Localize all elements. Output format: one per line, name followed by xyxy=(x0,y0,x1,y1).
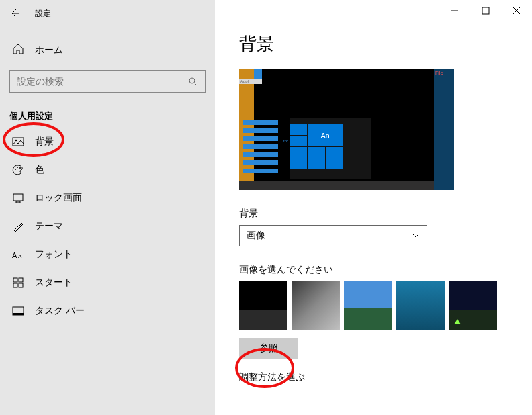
thumbnail-2[interactable] xyxy=(292,281,340,330)
desktop-preview: Appli File for now Aa xyxy=(239,69,454,190)
sidebar-item-colors[interactable]: 色 xyxy=(0,156,215,184)
svg-point-0 xyxy=(189,78,195,83)
lockscreen-icon xyxy=(12,192,24,204)
preview-appli-label: Appli xyxy=(239,79,262,84)
maximize-icon xyxy=(482,7,490,15)
sidebar-item-lockscreen[interactable]: ロック画面 xyxy=(0,184,215,212)
svg-rect-12 xyxy=(13,283,17,287)
sidebar-nav: 背景 色 ロック画面 テーマ AA フォント スタート タスク バー xyxy=(0,128,215,325)
preview-file-label: File xyxy=(434,69,454,190)
preview-aa-tile: Aa xyxy=(308,124,343,146)
background-dropdown[interactable]: 画像 xyxy=(239,225,427,246)
sidebar-item-label: テーマ xyxy=(35,220,63,232)
svg-rect-11 xyxy=(19,278,23,282)
sidebar-header: 設定 xyxy=(0,0,215,27)
sidebar-item-label: スタート xyxy=(35,277,73,289)
sidebar-section-title: 個人用設定 xyxy=(0,93,215,128)
maximize-button[interactable] xyxy=(470,0,501,21)
minimize-icon xyxy=(451,7,459,15)
chevron-down-icon xyxy=(412,232,420,240)
sidebar-item-label: タスク バー xyxy=(35,305,85,317)
start-icon xyxy=(12,277,24,289)
search-icon xyxy=(187,76,198,87)
home-icon xyxy=(12,43,24,58)
sidebar-home[interactable]: ホーム xyxy=(0,36,215,64)
fit-label: 調整方法を選ぶ xyxy=(239,371,508,383)
background-dropdown-value: 画像 xyxy=(247,230,265,242)
arrow-left-icon xyxy=(9,8,20,19)
svg-rect-15 xyxy=(13,313,24,315)
page-title: 背景 xyxy=(239,32,508,56)
font-icon: AA xyxy=(12,248,24,261)
sidebar-item-label: フォント xyxy=(35,248,73,261)
thumbnail-4[interactable] xyxy=(396,281,445,330)
sidebar-item-label: 色 xyxy=(35,164,44,176)
content-inner: 背景 Appli File for now Aa 背景 画像 画像を選んでくださ… xyxy=(215,0,532,383)
thumbnail-3[interactable] xyxy=(344,281,392,330)
sidebar-home-label: ホーム xyxy=(35,44,63,56)
svg-rect-10 xyxy=(13,278,17,282)
svg-point-2 xyxy=(15,140,17,142)
sidebar-item-background[interactable]: 背景 xyxy=(0,128,215,156)
theme-icon xyxy=(12,220,24,232)
sidebar-item-label: ロック画面 xyxy=(35,192,82,204)
sidebar-item-themes[interactable]: テーマ xyxy=(0,212,215,240)
search-wrap xyxy=(9,70,206,93)
pick-image-label: 画像を選んでください xyxy=(239,264,508,276)
close-icon xyxy=(513,7,521,15)
close-button[interactable] xyxy=(501,0,532,21)
background-label: 背景 xyxy=(239,208,508,220)
svg-text:A: A xyxy=(18,253,22,259)
svg-rect-13 xyxy=(19,283,23,287)
titlebar xyxy=(439,0,532,21)
sidebar-item-start[interactable]: スタート xyxy=(0,269,215,297)
svg-point-3 xyxy=(15,169,16,170)
svg-point-4 xyxy=(17,167,18,168)
svg-text:A: A xyxy=(12,251,17,259)
palette-icon xyxy=(12,164,24,176)
thumbnail-5[interactable] xyxy=(449,281,497,330)
picture-icon xyxy=(12,136,24,148)
search-box[interactable] xyxy=(9,70,206,93)
svg-rect-7 xyxy=(16,201,20,203)
back-button[interactable] xyxy=(8,7,21,20)
svg-rect-16 xyxy=(482,7,489,14)
search-input[interactable] xyxy=(17,76,187,87)
browse-button[interactable]: 参照 xyxy=(239,338,298,359)
window-title: 設定 xyxy=(35,8,51,19)
sidebar-item-fonts[interactable]: AA フォント xyxy=(0,240,215,269)
thumbnail-1[interactable] xyxy=(239,281,287,330)
taskbar-icon xyxy=(12,305,24,317)
svg-point-5 xyxy=(19,167,21,169)
sidebar: 設定 ホーム 個人用設定 背景 色 ロック画面 テーマ xyxy=(0,0,215,415)
sidebar-item-label: 背景 xyxy=(35,136,54,148)
image-thumbnails xyxy=(239,281,508,330)
minimize-button[interactable] xyxy=(439,0,470,21)
sidebar-item-taskbar[interactable]: タスク バー xyxy=(0,297,215,325)
content: 背景 Appli File for now Aa 背景 画像 画像を選んでくださ… xyxy=(215,0,532,415)
svg-rect-6 xyxy=(13,194,23,201)
